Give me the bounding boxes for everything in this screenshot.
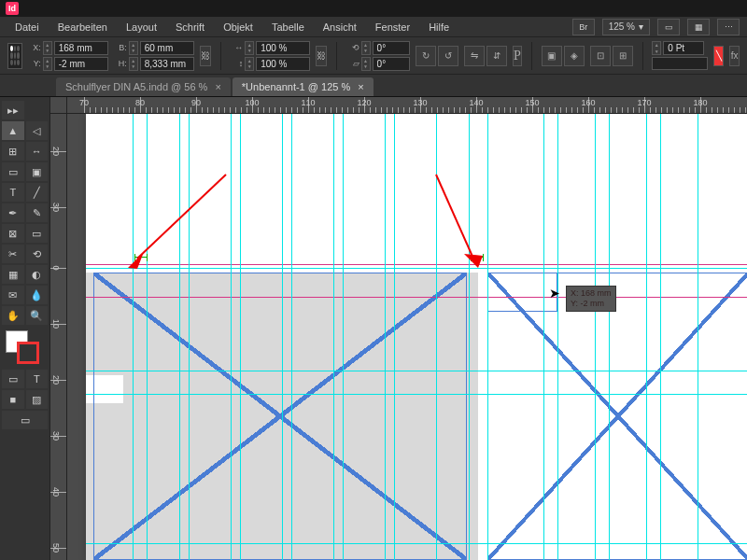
guide[interactable] <box>646 114 647 560</box>
text-frame[interactable] <box>487 273 747 560</box>
guide[interactable] <box>557 114 558 560</box>
canvas[interactable]: 708090100110120130140150160170180 203001… <box>50 97 747 560</box>
menu-layout[interactable]: Layout <box>119 20 164 35</box>
scaley-field[interactable] <box>256 57 310 71</box>
apply-gradient-icon[interactable]: ▨ <box>26 390 49 409</box>
rotate-field[interactable] <box>373 41 410 55</box>
ruler-vertical[interactable]: 203001020304050 <box>50 114 67 560</box>
ruler-origin[interactable] <box>50 97 67 114</box>
menu-datei[interactable]: Datei <box>7 20 47 35</box>
format-container-icon[interactable]: ▭ <box>2 370 24 388</box>
stroke-style[interactable] <box>652 57 708 70</box>
format-text-icon[interactable]: T <box>26 370 49 388</box>
guide[interactable] <box>86 371 747 371</box>
guide[interactable] <box>240 114 241 560</box>
x-field[interactable] <box>54 41 108 55</box>
constrain-scale-icon[interactable]: ⛓ <box>316 46 327 66</box>
document-tab[interactable]: Schulflyer DIN A5.indd @ 56 %× <box>56 77 231 96</box>
guide[interactable] <box>333 114 334 560</box>
close-icon[interactable]: × <box>215 81 220 92</box>
gradient-feather-tool[interactable]: ◐ <box>26 265 49 284</box>
guide[interactable] <box>343 114 344 560</box>
page[interactable] <box>86 114 747 560</box>
guide[interactable] <box>487 114 488 560</box>
guide[interactable] <box>133 114 134 560</box>
menu-bearbeiten[interactable]: Bearbeiten <box>50 20 115 35</box>
text-frame[interactable] <box>93 273 467 560</box>
type-tool[interactable]: T <box>2 183 24 202</box>
guide[interactable] <box>609 114 610 560</box>
guide[interactable] <box>86 394 747 395</box>
constrain-icon[interactable]: ⛓ <box>200 46 211 66</box>
apply-color-icon[interactable]: ■ <box>2 390 24 409</box>
guide[interactable] <box>660 114 661 560</box>
selection-tool[interactable]: ▲ <box>2 121 24 140</box>
ruler-horizontal[interactable]: 708090100110120130140150160170180 <box>67 97 747 114</box>
w-spinner[interactable]: ▲▼ <box>129 41 138 55</box>
viewport[interactable]: ➤ X: 168 mmY: -2 mm <box>67 114 747 560</box>
x-spinner[interactable]: ▲▼ <box>43 41 52 55</box>
line-tool[interactable]: ╱ <box>26 183 49 202</box>
hand-tool[interactable]: ✋ <box>2 306 24 325</box>
bridge-button[interactable]: Br <box>572 19 595 35</box>
h-field[interactable] <box>140 57 194 71</box>
view-mode-icon[interactable]: ▭ <box>2 411 48 429</box>
guide[interactable] <box>231 114 232 560</box>
guide[interactable] <box>147 114 148 560</box>
note-tool[interactable]: ✉ <box>2 286 24 304</box>
rectangle-tool[interactable]: ▭ <box>26 224 49 243</box>
h-spinner[interactable]: ▲▼ <box>129 57 138 71</box>
menu-tabelle[interactable]: Tabelle <box>264 20 312 35</box>
fill-frame-icon[interactable]: ⊞ <box>613 46 633 66</box>
select-content-icon[interactable]: ◈ <box>564 46 585 66</box>
close-icon[interactable]: × <box>358 81 363 92</box>
selected-frame[interactable] <box>487 273 557 312</box>
document-tab[interactable]: *Unbenannt-1 @ 125 %× <box>233 77 374 96</box>
menu-hilfe[interactable]: Hilfe <box>421 20 457 35</box>
rectangle-frame-tool[interactable]: ⊠ <box>2 224 24 243</box>
guide[interactable] <box>189 114 190 560</box>
gradient-swatch-tool[interactable]: ▦ <box>2 265 24 284</box>
effects-icon[interactable]: fx <box>729 46 740 66</box>
menu-objekt[interactable]: Objekt <box>216 20 261 35</box>
guide[interactable] <box>282 114 283 560</box>
guide[interactable] <box>543 114 544 560</box>
zoom-select[interactable]: 125 %▾ <box>602 19 650 35</box>
flip-v-icon[interactable]: ⇵ <box>486 46 507 66</box>
guide[interactable] <box>436 114 437 560</box>
free-transform-tool[interactable]: ⟲ <box>26 245 49 263</box>
guide[interactable] <box>595 114 596 560</box>
eyedropper-tool[interactable]: 💧 <box>26 286 49 304</box>
rotate-cw-icon[interactable]: ↻ <box>416 46 436 66</box>
fit-content-icon[interactable]: ⊡ <box>590 46 611 66</box>
apply-none-icon[interactable]: ╲ <box>713 46 724 66</box>
select-container-icon[interactable]: ▣ <box>542 46 562 66</box>
guide[interactable] <box>291 114 292 560</box>
guide[interactable] <box>179 114 180 560</box>
reference-point[interactable] <box>7 43 22 69</box>
screen-mode-button[interactable]: ▭ <box>657 19 680 35</box>
shear-field[interactable] <box>373 57 410 71</box>
guide[interactable] <box>394 114 395 560</box>
guide[interactable] <box>385 114 386 560</box>
menu-schrift[interactable]: Schrift <box>168 20 212 35</box>
arrange-button[interactable]: ▦ <box>687 19 710 35</box>
fill-stroke-control[interactable] <box>6 330 39 364</box>
guide[interactable] <box>86 543 747 544</box>
menu-ansicht[interactable]: Ansicht <box>316 20 364 35</box>
page-tool[interactable]: ⊞ <box>2 142 24 161</box>
rotate-ccw-icon[interactable]: ↺ <box>438 46 458 66</box>
guide[interactable] <box>698 114 698 560</box>
w-field[interactable] <box>140 41 194 55</box>
pen-tool[interactable]: ✒ <box>2 203 24 222</box>
menu-fenster[interactable]: Fenster <box>368 20 417 35</box>
expand-icon[interactable]: ▸▸ <box>2 101 24 119</box>
guide[interactable] <box>469 114 470 560</box>
direct-selection-tool[interactable]: ◁ <box>26 121 49 140</box>
scissors-tool[interactable]: ✂ <box>2 245 24 263</box>
y-spinner[interactable]: ▲▼ <box>43 57 52 71</box>
flip-h-icon[interactable]: ⇋ <box>464 46 485 66</box>
workspace-button[interactable]: ⋯ <box>717 19 740 35</box>
content-placer-tool[interactable]: ▣ <box>26 162 49 181</box>
content-collector-tool[interactable]: ▭ <box>2 162 24 181</box>
